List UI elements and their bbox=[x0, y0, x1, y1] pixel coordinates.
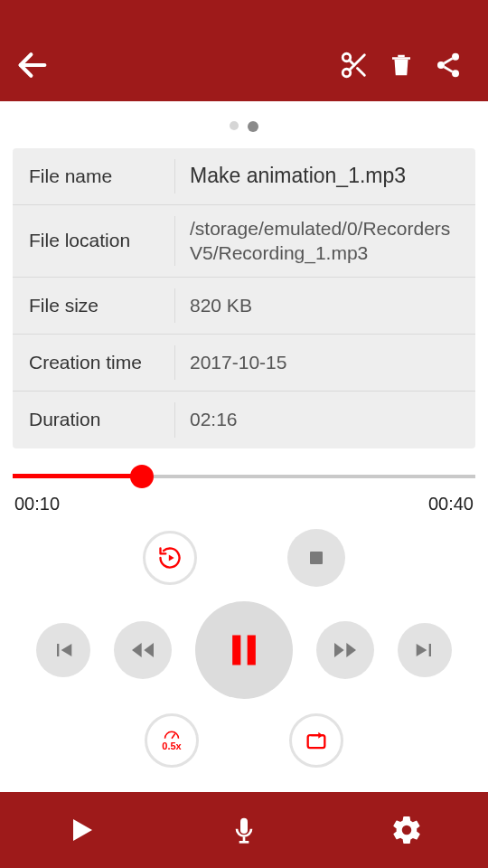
svg-rect-14 bbox=[308, 735, 325, 748]
svg-point-8 bbox=[452, 70, 459, 77]
info-label: Duration bbox=[13, 402, 175, 438]
svg-rect-17 bbox=[239, 841, 249, 844]
page-indicator[interactable] bbox=[13, 101, 475, 148]
rewind-icon bbox=[128, 636, 157, 665]
share-icon bbox=[434, 51, 463, 80]
speed-label: 0.5x bbox=[162, 741, 181, 751]
fast-forward-button[interactable] bbox=[316, 621, 374, 679]
app-bar bbox=[0, 29, 488, 101]
skip-previous-button[interactable] bbox=[36, 623, 90, 677]
time-labels: 00:10 00:40 bbox=[13, 494, 475, 514]
info-label: File location bbox=[13, 216, 175, 266]
speed-button[interactable]: 0.5x bbox=[145, 713, 199, 768]
info-label: File size bbox=[13, 288, 175, 323]
loop-section-button[interactable] bbox=[289, 713, 343, 768]
page-dot-1 bbox=[230, 121, 239, 130]
nav-record-button[interactable] bbox=[203, 801, 285, 859]
microphone-icon bbox=[230, 812, 258, 848]
seek-bar[interactable] bbox=[13, 465, 475, 488]
info-row-filename: File name Make animation_1.mp3 bbox=[13, 148, 475, 205]
skip-previous-icon bbox=[51, 637, 76, 663]
bottom-nav bbox=[0, 792, 488, 868]
skip-next-button[interactable] bbox=[398, 623, 452, 677]
svg-marker-9 bbox=[169, 554, 174, 561]
svg-point-6 bbox=[452, 53, 459, 61]
info-value: 02:16 bbox=[175, 407, 475, 431]
page-dot-2 bbox=[248, 121, 258, 132]
repeat-icon bbox=[157, 545, 183, 571]
skip-next-icon bbox=[412, 637, 437, 663]
info-value: 820 KB bbox=[175, 293, 475, 317]
content-area: File name Make animation_1.mp3 File loca… bbox=[0, 101, 488, 792]
svg-rect-16 bbox=[243, 837, 246, 841]
arrow-left-icon bbox=[14, 47, 51, 83]
stop-icon bbox=[305, 547, 327, 569]
repeat-button[interactable] bbox=[143, 531, 197, 585]
info-row-creation: Creation time 2017-10-15 bbox=[13, 335, 475, 392]
seek-thumb[interactable] bbox=[130, 465, 154, 488]
playback-controls: 0.5x bbox=[13, 529, 475, 768]
trim-button[interactable] bbox=[331, 42, 378, 89]
loop-icon bbox=[304, 728, 329, 753]
svg-rect-11 bbox=[232, 635, 240, 665]
stop-button[interactable] bbox=[287, 529, 345, 587]
svg-line-5 bbox=[350, 61, 354, 65]
share-button[interactable] bbox=[425, 42, 472, 89]
status-bar bbox=[0, 0, 488, 29]
info-row-duration: Duration 02:16 bbox=[13, 392, 475, 448]
current-time: 00:10 bbox=[14, 494, 60, 514]
rewind-button[interactable] bbox=[114, 621, 172, 679]
svg-line-13 bbox=[172, 733, 175, 738]
info-value: /storage/emulated/0/RecordersV5/Recordin… bbox=[175, 216, 475, 266]
total-time: 00:40 bbox=[428, 494, 474, 514]
pause-icon bbox=[224, 628, 264, 672]
info-label: Creation time bbox=[13, 345, 175, 380]
trash-icon bbox=[388, 50, 415, 80]
nav-settings-button[interactable] bbox=[366, 801, 447, 859]
svg-point-7 bbox=[437, 61, 445, 69]
delete-button[interactable] bbox=[378, 42, 425, 89]
pause-button[interactable] bbox=[195, 601, 293, 699]
fast-forward-icon bbox=[331, 636, 360, 665]
file-info-card: File name Make animation_1.mp3 File loca… bbox=[13, 148, 475, 448]
info-row-location: File location /storage/emulated/0/Record… bbox=[13, 205, 475, 278]
info-row-size: File size 820 KB bbox=[13, 278, 475, 335]
info-label: File name bbox=[13, 159, 175, 193]
back-button[interactable] bbox=[9, 42, 56, 89]
svg-line-4 bbox=[357, 69, 364, 76]
speed-icon bbox=[164, 730, 180, 741]
seek-progress bbox=[13, 474, 142, 478]
play-icon bbox=[65, 814, 98, 846]
info-value: Make animation_1.mp3 bbox=[175, 163, 475, 190]
nav-play-button[interactable] bbox=[41, 801, 122, 859]
info-value: 2017-10-15 bbox=[175, 350, 475, 374]
scissors-icon bbox=[339, 50, 370, 80]
svg-rect-10 bbox=[310, 552, 323, 564]
svg-rect-12 bbox=[248, 635, 256, 665]
gear-icon bbox=[390, 814, 423, 846]
seek-area: 00:10 00:40 bbox=[13, 465, 475, 514]
